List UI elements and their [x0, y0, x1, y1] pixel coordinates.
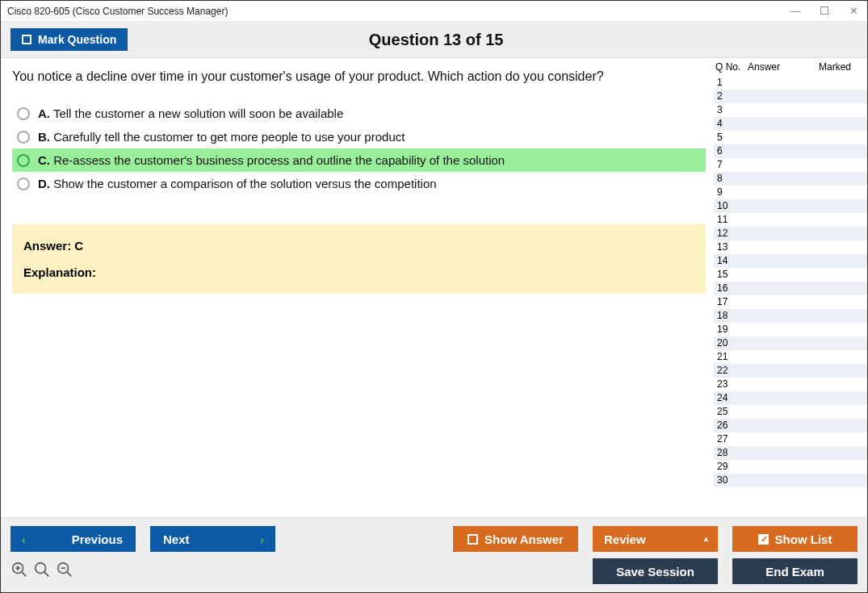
question-list-row[interactable]: 22	[714, 364, 867, 378]
question-list-row[interactable]: 29	[714, 460, 867, 474]
row-number: 17	[717, 295, 741, 309]
app-window: Cisco 820-605 (Cisco Customer Success Ma…	[0, 0, 868, 593]
question-list-row[interactable]: 27	[714, 432, 867, 446]
question-list-row[interactable]: 11	[714, 213, 867, 227]
question-list-row[interactable]: 8	[714, 172, 867, 186]
next-label: Next	[163, 532, 190, 546]
question-text: You notice a decline over time in your c…	[12, 69, 706, 84]
previous-label: Previous	[72, 532, 123, 546]
show-list-label: Show List	[775, 532, 832, 546]
question-list-row[interactable]: 21	[714, 350, 867, 364]
option-label: C. Re-assess the customer's business pro…	[38, 153, 505, 167]
zoom-reset-icon[interactable]	[10, 561, 28, 583]
chevron-right-icon: ›	[260, 532, 264, 546]
question-list-row[interactable]: 23	[714, 378, 867, 391]
row-number: 6	[717, 144, 741, 158]
question-list-row[interactable]: 9	[714, 186, 867, 199]
zoom-out-icon[interactable]	[56, 561, 73, 583]
show-list-button[interactable]: Show List	[732, 526, 858, 552]
previous-button[interactable]: ‹ Previous	[10, 526, 136, 552]
mark-question-label: Mark Question	[38, 33, 116, 46]
question-list-row[interactable]: 6	[714, 144, 867, 158]
show-answer-label: Show Answer	[484, 532, 564, 546]
maximize-button[interactable]	[817, 5, 832, 17]
row-number: 23	[717, 378, 741, 391]
question-list-row[interactable]: 15	[714, 268, 867, 282]
question-list-row[interactable]: 17	[714, 295, 867, 309]
col-answer: Answer	[748, 61, 804, 73]
row-number: 4	[717, 117, 741, 131]
minimize-button[interactable]: —	[788, 5, 803, 17]
option-label: A. Tell the customer a new solution will…	[38, 106, 343, 120]
question-list-grid[interactable]: 1234567891011121314151617181920212223242…	[714, 76, 867, 517]
question-list-row[interactable]: 14	[714, 254, 867, 268]
zoom-in-icon[interactable]	[33, 561, 51, 583]
end-exam-label: End Exam	[765, 565, 824, 578]
svg-point-4	[16, 566, 19, 570]
svg-line-1	[22, 571, 27, 576]
explanation-label: Explanation:	[23, 265, 694, 279]
col-qno: Q No.	[715, 61, 748, 73]
question-list-row[interactable]: 24	[714, 391, 867, 405]
footer-row-1: ‹ Previous Next › Show Answer Review ▲ S…	[10, 526, 858, 552]
question-list-row[interactable]: 2	[714, 90, 867, 103]
option-label: B. Carefully tell the customer to get mo…	[38, 130, 405, 144]
next-button[interactable]: Next ›	[150, 526, 275, 552]
save-session-button[interactable]: Save Session	[593, 558, 718, 584]
row-number: 7	[717, 158, 741, 172]
main-row: You notice a decline over time in your c…	[1, 58, 867, 517]
question-list-panel: Q No. Answer Marked 12345678910111213141…	[714, 58, 867, 517]
footer-row-2: Save Session End Exam	[10, 558, 858, 584]
radio-icon	[17, 131, 30, 144]
row-number: 15	[717, 268, 741, 282]
row-number: 10	[717, 199, 741, 213]
mark-question-button[interactable]: Mark Question	[10, 28, 128, 51]
question-list-row[interactable]: 19	[714, 323, 867, 336]
chevron-left-icon: ‹	[22, 532, 26, 546]
answer-line: Answer: C	[23, 239, 694, 253]
question-list-row[interactable]: 7	[714, 158, 867, 172]
end-exam-button[interactable]: End Exam	[732, 558, 858, 584]
option-d[interactable]: D. Show the customer a comparison of the…	[12, 172, 706, 195]
question-list-row[interactable]: 26	[714, 419, 867, 432]
svg-line-6	[44, 571, 49, 576]
question-list-row[interactable]: 16	[714, 282, 867, 295]
question-list-row[interactable]: 18	[714, 309, 867, 323]
row-number: 14	[717, 254, 741, 268]
question-list-row[interactable]: 4	[714, 117, 867, 131]
option-b[interactable]: B. Carefully tell the customer to get mo…	[12, 125, 706, 148]
question-counter: Question 13 of 15	[128, 31, 744, 49]
mark-checkbox-icon	[22, 35, 31, 44]
row-number: 25	[717, 405, 741, 419]
row-number: 24	[717, 391, 741, 405]
option-a[interactable]: A. Tell the customer a new solution will…	[12, 102, 706, 125]
row-number: 1	[717, 76, 741, 90]
option-label: D. Show the customer a comparison of the…	[38, 177, 437, 190]
option-c[interactable]: C. Re-assess the customer's business pro…	[12, 148, 706, 172]
question-list-row[interactable]: 3	[714, 103, 867, 117]
show-answer-checkbox-icon	[468, 534, 478, 545]
question-list-row[interactable]: 28	[714, 446, 867, 460]
row-number: 5	[717, 131, 741, 144]
row-number: 12	[717, 227, 741, 240]
row-number: 9	[717, 186, 741, 199]
window-controls: — ✕	[788, 5, 861, 17]
question-list-row[interactable]: 13	[714, 240, 867, 254]
row-number: 29	[717, 460, 741, 474]
row-number: 13	[717, 240, 741, 254]
question-list-row[interactable]: 30	[714, 474, 867, 487]
row-number: 2	[717, 90, 741, 103]
row-number: 26	[717, 419, 741, 432]
question-list-row[interactable]: 20	[714, 336, 867, 350]
close-button[interactable]: ✕	[846, 5, 861, 17]
question-list-row[interactable]: 1	[714, 76, 867, 90]
show-answer-button[interactable]: Show Answer	[453, 526, 578, 552]
radio-icon	[17, 177, 30, 190]
question-list-row[interactable]: 10	[714, 199, 867, 213]
question-list-row[interactable]: 5	[714, 131, 867, 144]
review-button[interactable]: Review ▲	[593, 526, 718, 552]
question-list-row[interactable]: 25	[714, 405, 867, 419]
question-list-row[interactable]: 12	[714, 227, 867, 240]
row-number: 8	[717, 172, 741, 186]
radio-icon	[17, 154, 30, 167]
